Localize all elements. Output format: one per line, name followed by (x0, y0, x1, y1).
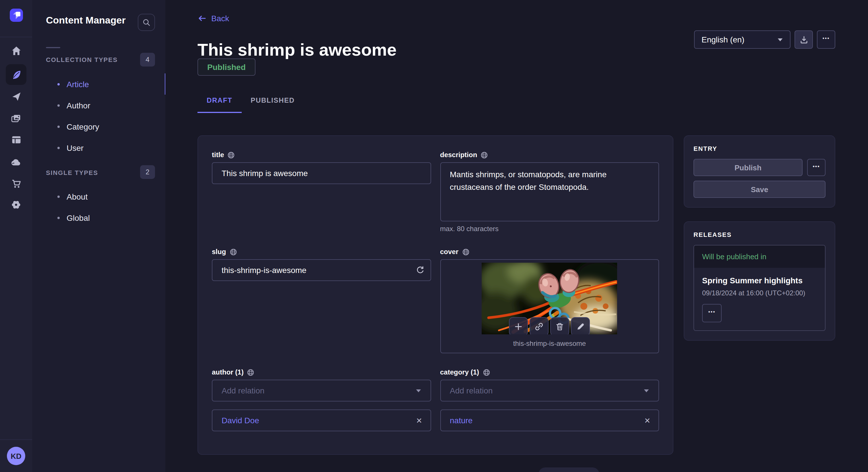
entry-more-button[interactable]: ••• (807, 159, 826, 176)
search-icon (143, 19, 150, 26)
field-slug: slug (212, 248, 431, 353)
settings-gear-icon[interactable] (6, 194, 26, 215)
releases-panel: RELEASES Will be published in Spring Sum… (684, 222, 835, 341)
delete-asset-button[interactable] (551, 317, 569, 334)
refresh-icon (415, 266, 424, 274)
cover-label: cover (440, 248, 659, 256)
single-types-count: 2 (140, 165, 155, 179)
category-relation-select[interactable]: Add relation (440, 380, 659, 401)
marketplace-cart-icon[interactable] (6, 173, 26, 194)
bullet-icon (57, 195, 60, 198)
title-input[interactable] (212, 162, 431, 184)
more-actions-button[interactable]: ••• (817, 30, 835, 49)
sidebar-item-category[interactable]: Category (32, 116, 165, 137)
field-author: author (1) Add relation David Doe ✕ (212, 368, 431, 431)
field-title: title (212, 151, 431, 233)
slug-label: slug (212, 248, 431, 256)
content-manager-icon[interactable] (6, 64, 26, 85)
subnav-divider (46, 47, 60, 48)
link-icon (535, 322, 544, 331)
locale-select[interactable]: English (en) (694, 30, 790, 49)
bullet-icon (57, 83, 60, 85)
publish-button[interactable]: Publish (693, 159, 803, 176)
ellipsis-icon: ••• (708, 309, 716, 317)
regenerate-slug-button[interactable] (415, 266, 424, 274)
bullet-icon (57, 216, 60, 219)
cover-actions (509, 317, 590, 334)
sidebar-item-label: Category (67, 122, 99, 131)
sidebar-item-global[interactable]: Global (32, 207, 165, 228)
chevron-down-icon (415, 389, 421, 393)
download-icon (799, 35, 808, 44)
sidebar-item-label: Article (67, 79, 89, 89)
collection-types-header: COLLECTION TYPES (46, 56, 118, 63)
sidebar-item-label: Author (67, 101, 90, 110)
copy-link-button[interactable] (530, 317, 549, 334)
media-library-icon[interactable] (6, 108, 26, 129)
next-section-peek (538, 467, 599, 472)
title-label-text: title (212, 151, 224, 159)
tab-published[interactable]: PUBLISHED (241, 91, 304, 113)
globe-icon (480, 151, 488, 159)
status-badge: Published (197, 59, 255, 76)
releases-icon[interactable] (6, 86, 26, 107)
relation-link[interactable]: nature (450, 416, 472, 425)
cover-label-text: cover (440, 248, 458, 256)
search-button[interactable] (138, 14, 155, 31)
app-window: KD Content Manager COLLECTION TYPES 4 Ar… (0, 0, 868, 472)
sidebar-item-user[interactable]: User (32, 137, 165, 158)
sidebar-item-label: About (67, 192, 88, 201)
back-label: Back (211, 14, 229, 23)
sidebar-item-label: Global (67, 213, 90, 222)
plus-icon (515, 322, 523, 331)
field-description: description Mantis shrimps, or stomatopo… (440, 151, 659, 233)
sidebar-item-article[interactable]: Article (32, 73, 165, 95)
rail-divider (0, 37, 32, 37)
globe-icon (229, 248, 237, 256)
strapi-logo[interactable] (10, 9, 23, 22)
subnav-title: Content Manager (46, 15, 126, 26)
export-button[interactable] (795, 30, 813, 49)
author-label: author (1) (212, 368, 431, 376)
release-name: Spring Summer highlights (702, 276, 817, 285)
back-link[interactable]: Back (197, 14, 229, 23)
content-type-builder-icon[interactable] (6, 130, 26, 150)
add-asset-button[interactable] (509, 317, 528, 334)
description-label-text: description (440, 151, 477, 159)
release-more-button[interactable]: ••• (702, 304, 722, 322)
tab-draft[interactable]: DRAFT (197, 91, 241, 113)
bullet-icon (57, 125, 60, 128)
cover-image[interactable] (482, 263, 617, 334)
sidebar-item-about[interactable]: About (32, 186, 165, 207)
release-date: 09/18/2024 at 16:00 (UTC+02:00) (702, 289, 817, 297)
release-status: Will be published in (694, 245, 825, 268)
field-category: category (1) Add relation nature ✕ (440, 368, 659, 431)
save-button[interactable]: Save (693, 181, 826, 198)
remove-relation-icon[interactable]: ✕ (416, 416, 422, 425)
cover-field-box: this-shrimp-is-awesome (440, 259, 659, 353)
ellipsis-icon: ••• (813, 164, 820, 171)
globe-icon (483, 369, 490, 376)
author-label-text: author (1) (212, 368, 244, 376)
sidebar-item-author[interactable]: Author (32, 95, 165, 116)
deploy-cloud-icon[interactable] (6, 151, 26, 172)
rail-bottom-divider (0, 439, 32, 440)
description-hint: max. 80 characters (440, 225, 659, 233)
author-relation-select[interactable]: Add relation (212, 380, 431, 401)
globe-icon (462, 248, 469, 256)
pencil-icon (577, 322, 585, 331)
remove-relation-icon[interactable]: ✕ (644, 416, 650, 425)
main-content: Back This shrimp is awesome Published En… (165, 0, 868, 472)
slug-input[interactable] (212, 259, 431, 281)
home-icon[interactable] (6, 40, 26, 61)
chevron-down-icon (644, 389, 649, 393)
collection-types-count: 4 (140, 53, 155, 67)
edit-asset-button[interactable] (571, 317, 590, 334)
chevron-down-icon (777, 38, 783, 42)
description-textarea[interactable]: Mantis shrimps, or stomatopods, are mari… (440, 162, 659, 222)
user-avatar[interactable]: KD (7, 447, 25, 465)
release-card: Will be published in Spring Summer highl… (693, 245, 826, 331)
category-label: category (1) (440, 368, 659, 376)
locale-value: English (en) (702, 35, 744, 44)
relation-link[interactable]: David Doe (222, 416, 259, 425)
